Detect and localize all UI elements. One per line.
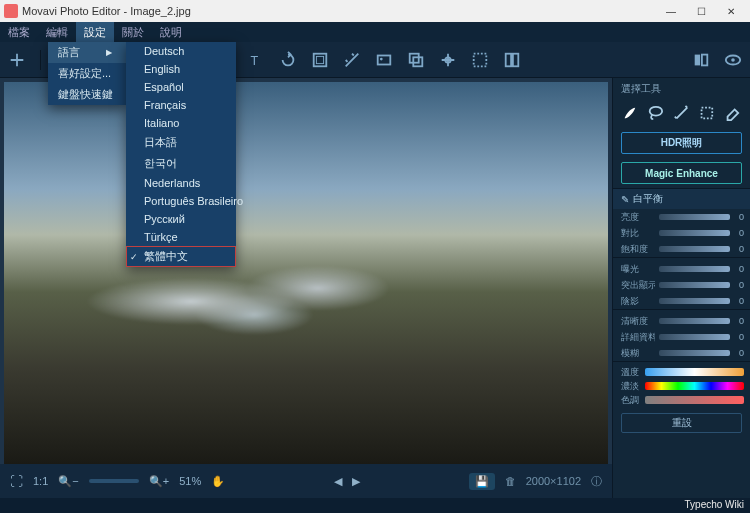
reset-button[interactable]: 重設 xyxy=(621,413,742,433)
plus-icon[interactable] xyxy=(8,51,26,69)
svg-point-9 xyxy=(380,57,383,60)
lang-italiano[interactable]: Italiano xyxy=(126,114,236,132)
slider-details[interactable]: 詳細資料0 xyxy=(613,329,750,345)
svg-text:T: T xyxy=(251,53,259,67)
window-titlebar: Movavi Photo Editor - Image_2.jpg — ☐ ✕ xyxy=(0,0,750,22)
selection-tools xyxy=(613,100,750,128)
slider-contrast[interactable]: 對比0 xyxy=(613,225,750,241)
menu-edit[interactable]: 編輯 xyxy=(38,22,76,42)
menu-file[interactable]: 檔案 xyxy=(0,22,38,42)
fullscreen-icon[interactable]: ⛶ xyxy=(10,474,23,489)
svg-rect-7 xyxy=(316,56,323,63)
svg-rect-13 xyxy=(474,53,487,66)
menu-help[interactable]: 說明 xyxy=(152,22,190,42)
hdr-button[interactable]: HDR照明 xyxy=(621,132,742,154)
lang-espanol[interactable]: Español xyxy=(126,78,236,96)
lasso-icon[interactable] xyxy=(647,104,665,122)
slider-tint[interactable]: 色調 xyxy=(613,393,750,407)
menu-item-language[interactable]: 語言▶ xyxy=(48,42,126,63)
close-button[interactable]: ✕ xyxy=(716,0,746,22)
lang-japanese[interactable]: 日本語 xyxy=(126,132,236,153)
slider-hue[interactable]: 濃淡 xyxy=(613,379,750,393)
eraser-icon[interactable] xyxy=(724,104,742,122)
prev-image-icon[interactable]: ◀ xyxy=(334,475,342,488)
pan-icon[interactable]: ✋ xyxy=(211,475,225,488)
marquee-icon[interactable] xyxy=(698,104,716,122)
watermark: Typecho Wiki xyxy=(685,499,744,510)
overlay-icon[interactable] xyxy=(407,51,425,69)
lang-turkce[interactable]: Türkçe xyxy=(126,228,236,246)
svg-rect-17 xyxy=(702,54,707,65)
image-dimensions: 2000×1102 xyxy=(526,475,581,487)
image-canvas[interactable] xyxy=(4,82,608,464)
lang-francais[interactable]: Français xyxy=(126,96,236,114)
frame-icon[interactable] xyxy=(311,51,329,69)
svg-rect-14 xyxy=(506,53,511,66)
slider-saturation[interactable]: 飽和度0 xyxy=(613,241,750,257)
lang-portugues[interactable]: Português Brasileiro xyxy=(126,192,236,210)
info-icon[interactable]: ⓘ xyxy=(591,474,602,489)
side-panel-title: 選擇工具 xyxy=(613,78,750,100)
brush-icon[interactable] xyxy=(621,104,639,122)
save-icon[interactable]: 💾 xyxy=(469,473,495,490)
app-icon xyxy=(4,4,18,18)
slider-highlights[interactable]: 突出顯示0 xyxy=(613,277,750,293)
compare-icon[interactable] xyxy=(692,51,710,69)
zoom-out-icon[interactable]: 🔍− xyxy=(58,475,78,488)
lang-english[interactable]: English xyxy=(126,60,236,78)
slider-brightness[interactable]: 亮度0 xyxy=(613,209,750,225)
next-image-icon[interactable]: ▶ xyxy=(352,475,360,488)
menu-about[interactable]: 關於 xyxy=(114,22,152,42)
side-panel: 選擇工具 HDR照明 Magic Enhance ✎ 白平衡 亮度0 對比0 飽… xyxy=(612,78,750,498)
svg-rect-16 xyxy=(695,54,700,65)
menu-item-preferences[interactable]: 喜好設定... xyxy=(48,63,126,84)
slider-sharpness[interactable]: 清晰度0 xyxy=(613,313,750,329)
window-title: Movavi Photo Editor - Image_2.jpg xyxy=(22,5,191,17)
lang-traditional-chinese[interactable]: 繁體中文 xyxy=(126,246,236,267)
slider-temperature[interactable]: 溫度 xyxy=(613,365,750,379)
settings-menu-popup: 語言▶ 喜好設定... 鍵盤快速鍵 Deutsch English Españo… xyxy=(48,42,126,105)
rotate-icon[interactable] xyxy=(279,51,297,69)
zoom-slider[interactable] xyxy=(89,479,139,483)
minimize-button[interactable]: — xyxy=(656,0,686,22)
lang-russian[interactable]: Русский xyxy=(126,210,236,228)
lang-korean[interactable]: 한국어 xyxy=(126,153,236,174)
transform-icon[interactable] xyxy=(439,51,457,69)
remove-bg-icon[interactable] xyxy=(471,51,489,69)
zoom-in-icon[interactable]: 🔍+ xyxy=(149,475,169,488)
dropper-icon[interactable]: ✎ xyxy=(621,194,629,205)
svg-point-19 xyxy=(731,58,735,62)
svg-rect-10 xyxy=(410,53,419,62)
wand-icon[interactable] xyxy=(673,104,691,122)
svg-rect-8 xyxy=(378,55,391,64)
insert-icon[interactable] xyxy=(375,51,393,69)
zoom-percent: 51% xyxy=(179,475,201,487)
slider-shadows[interactable]: 陰影0 xyxy=(613,293,750,309)
canvas-area: ⛶ 1:1 🔍− 🔍+ 51% ✋ ◀ ▶ 💾 🗑 2000×1102 ⓘ xyxy=(0,78,612,498)
effects-icon[interactable] xyxy=(343,51,361,69)
delete-icon[interactable]: 🗑 xyxy=(505,475,516,487)
language-submenu: Deutsch English Español Français Italian… xyxy=(126,42,236,267)
slider-blur[interactable]: 模糊0 xyxy=(613,345,750,361)
magic-enhance-button[interactable]: Magic Enhance xyxy=(621,162,742,184)
preview-icon[interactable] xyxy=(724,51,742,69)
svg-rect-6 xyxy=(314,53,327,66)
menu-item-shortcuts[interactable]: 鍵盤快速鍵 xyxy=(48,84,126,105)
text-icon[interactable]: T xyxy=(247,51,265,69)
maximize-button[interactable]: ☐ xyxy=(686,0,716,22)
white-balance-section[interactable]: ✎ 白平衡 xyxy=(613,188,750,209)
footer-bar xyxy=(0,498,750,513)
svg-rect-15 xyxy=(513,53,518,66)
lang-deutsch[interactable]: Deutsch xyxy=(126,42,236,60)
guides-icon[interactable] xyxy=(503,51,521,69)
slider-exposure[interactable]: 曝光0 xyxy=(613,261,750,277)
zoom-reset-button[interactable]: 1:1 xyxy=(33,475,48,487)
svg-rect-21 xyxy=(702,108,713,119)
menubar: 檔案 編輯 設定 關於 說明 xyxy=(0,22,750,42)
lang-nederlands[interactable]: Nederlands xyxy=(126,174,236,192)
menu-settings[interactable]: 設定 xyxy=(76,22,114,42)
status-bar: ⛶ 1:1 🔍− 🔍+ 51% ✋ ◀ ▶ 💾 🗑 2000×1102 ⓘ xyxy=(0,464,612,498)
